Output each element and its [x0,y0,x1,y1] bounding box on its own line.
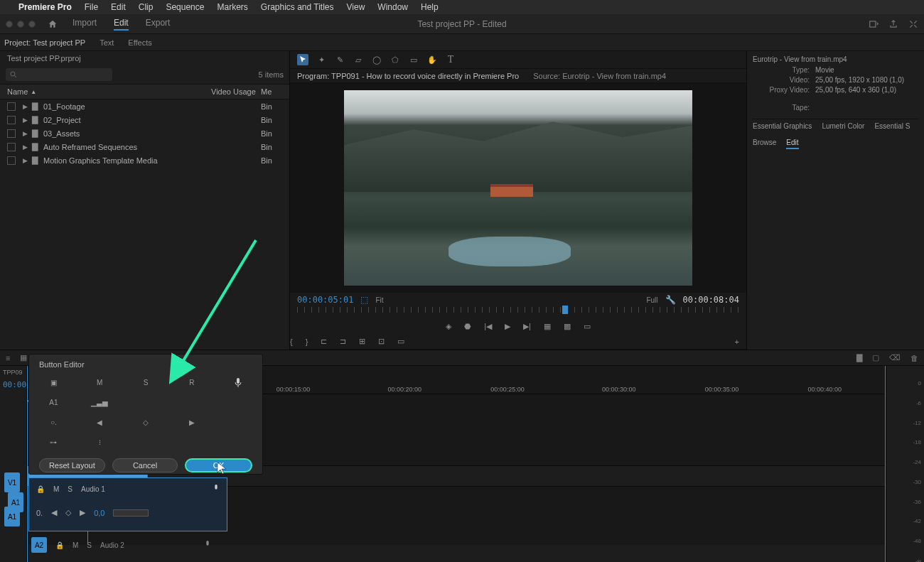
prev-keyframe-icon[interactable]: ◀ [85,416,114,428]
voice-over-record-icon[interactable] [223,376,252,389]
track-meter-label[interactable]: A1 [39,396,68,409]
menu-window[interactable]: Window [377,2,408,12]
new-bin-icon[interactable]: ▇ [856,353,862,362]
insert-icon[interactable]: ⊞ [359,337,365,346]
out-icon[interactable]: } [306,337,308,346]
go-in-icon[interactable]: ⊏ [321,337,327,346]
marker-icon[interactable]: ⬣ [464,322,471,331]
tab-essential-sound[interactable]: Essential S [874,122,910,130]
track-meter-icon[interactable]: ▁▃▅ [85,396,114,409]
in-icon[interactable]: { [290,337,293,346]
bin-row[interactable]: ▶▇02_ProjectBin [0,113,289,126]
step-forward-icon[interactable]: ▶| [523,322,531,331]
selection-tool-icon[interactable] [297,54,308,65]
pan-label[interactable]: 0. [36,509,43,517]
volume-slider[interactable] [113,509,149,517]
tab-import[interactable]: Import [72,18,97,31]
bin-row[interactable]: ▶▇03_AssetsBin [0,126,289,140]
menu-clip[interactable]: Clip [139,2,154,12]
step-back-icon[interactable]: |◀ [484,322,492,331]
prev-keyframe-icon[interactable]: ◀ [51,508,57,517]
current-timecode[interactable]: 00:00:05:01 [297,295,353,305]
vector-tool-icon[interactable]: ✦ [316,54,327,65]
bin-row[interactable]: ▶▇Auto Reframed SequencesBin [0,140,289,153]
lift-icon[interactable]: ▦ [544,322,551,331]
menu-help[interactable]: Help [421,2,439,12]
pan-knob-icon[interactable]: ○. [39,416,68,428]
app-name[interactable]: Premiere Pro [18,2,72,12]
sync-lock-icon[interactable]: ⊶ [39,436,68,448]
home-icon[interactable] [47,19,58,29]
bin-row[interactable]: ▶▇01_FootageBin [0,99,289,113]
next-keyframe-icon[interactable]: ▶ [177,416,206,428]
col-name[interactable]: Name ▲ [7,87,211,96]
share-icon[interactable] [888,19,898,29]
solo-button[interactable]: S [131,376,161,389]
track-a2-target[interactable]: A2 [31,537,47,553]
voice-over-record-icon[interactable] [213,484,220,494]
crop-tool-icon[interactable]: ▱ [353,54,364,65]
program-tab[interactable]: Program: TPP091 - How to record voice di… [297,72,519,80]
solo-button[interactable]: S [68,485,72,493]
tab-essential-graphics[interactable]: Essential Graphics [753,122,812,130]
play-icon[interactable]: ▶ [505,322,510,331]
pen-tool-icon[interactable]: ✎ [334,54,345,65]
lock-icon[interactable]: 🔒 [36,485,45,493]
add-marker-icon[interactable]: ◈ [446,322,451,331]
tab-text[interactable]: Text [100,38,114,47]
menu-sequence[interactable]: Sequence [166,2,204,12]
fit-zoom[interactable]: ⬚ [360,295,368,305]
clear-icon[interactable]: ⌫ [889,353,901,362]
extract-icon[interactable]: ▩ [564,322,571,331]
ellipse-tool-icon[interactable]: ◯ [371,54,382,65]
icon-view-icon[interactable]: ▦ [20,353,27,362]
menu-edit[interactable]: Edit [111,2,126,12]
program-monitor[interactable] [290,83,746,293]
ok-button[interactable]: OK [185,458,252,472]
new-item-icon[interactable]: ▢ [872,353,879,362]
toggle-track-output-icon[interactable]: ▣ [39,376,68,389]
solo-button[interactable]: S [87,541,92,549]
col-me[interactable]: Me [261,87,282,96]
sequence-tab[interactable]: TPP09 [3,369,23,376]
export-frame-icon[interactable]: ▭ [584,322,591,331]
subtab-browse[interactable]: Browse [753,139,776,149]
mute-button[interactable]: M [72,541,78,549]
add-keyframe-icon[interactable]: ◇ [131,416,161,428]
overwrite-icon[interactable]: ⊡ [378,337,385,346]
bin-row[interactable]: ▶▇Motion Graphics Template MediaBin [0,153,289,167]
col-video-usage[interactable]: Video Usage [211,87,261,96]
project-search-input[interactable] [6,68,112,81]
hand-tool-icon[interactable]: ✋ [426,54,438,65]
track-a1-target[interactable]: A1 [8,492,23,512]
record-button[interactable]: R [177,376,206,389]
settings-icon[interactable]: 🔧 [665,295,676,305]
comparison-icon[interactable]: ▭ [397,337,404,346]
source-tab[interactable]: Source: Eurotrip - View from train.mp4 [533,72,666,80]
next-keyframe-icon[interactable]: ▶ [80,508,85,517]
menu-file[interactable]: File [85,2,98,12]
rectangle-tool-icon[interactable]: ▭ [408,54,419,65]
fullscreen-icon[interactable] [908,19,918,29]
menu-markers[interactable]: Markers [217,2,247,12]
go-out-icon[interactable]: ⊐ [340,337,346,346]
monitor-scrubber[interactable] [290,307,746,319]
track-v1-source[interactable]: V1 [4,472,20,492]
resolution-full[interactable]: Full [646,296,657,304]
add-button-icon[interactable]: + [735,337,739,346]
tab-effects[interactable]: Effects [128,38,151,47]
quick-export-icon[interactable] [869,19,879,29]
reset-layout-button[interactable]: Reset Layout [39,458,105,472]
lock-icon[interactable]: 🔒 [55,541,64,549]
tab-project[interactable]: Project: Test project PP [4,38,85,47]
list-view-icon[interactable]: ≡ [6,354,10,362]
tab-edit[interactable]: Edit [114,18,129,31]
menu-view[interactable]: View [347,2,365,12]
type-tool-icon[interactable]: T [445,54,456,65]
cancel-button[interactable]: Cancel [112,458,178,472]
volume-value[interactable]: 0,0 [94,509,104,517]
add-keyframe-icon[interactable]: ◇ [65,508,71,517]
timeline-timecode[interactable]: 00:00 [3,380,26,389]
menu-graphics[interactable]: Graphics and Titles [261,2,334,12]
zoom-fit[interactable]: Fit [375,296,383,304]
